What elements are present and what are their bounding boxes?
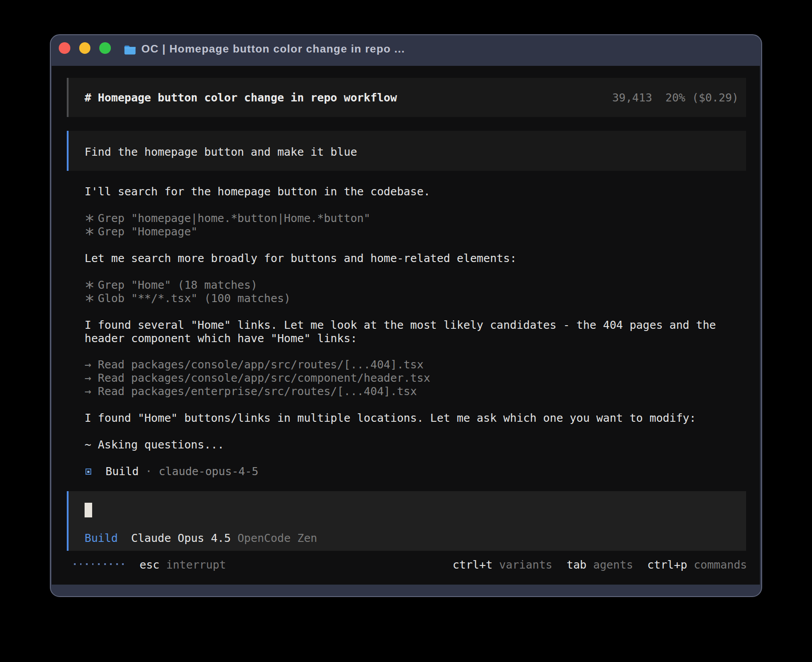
context-usage: 20% ($0.29) [666, 91, 739, 104]
tool-call: →Read packages/console/app/src/routes/[.… [85, 358, 423, 371]
input-model: Claude Opus 4.5 [131, 532, 231, 545]
spinner-dot [116, 563, 118, 565]
tool-call-text: Read packages/console/app/src/routes/[..… [98, 358, 424, 371]
agent-model: claude-opus-4-5 [158, 465, 258, 478]
spinner-dot [98, 563, 100, 565]
shortcut-label: commands [694, 558, 747, 571]
tool-arrow-icon: → [85, 385, 98, 398]
user-message-text: Find the homepage button and make it blu… [85, 145, 357, 159]
tool-call: →Read packages/console/app/src/component… [85, 371, 430, 385]
shortcut-key: tab [567, 558, 587, 571]
tool-call-text: Glob "**/*.tsx" (100 matches) [98, 292, 291, 305]
spinner-dot [74, 563, 76, 565]
spinner-dot [110, 563, 112, 565]
assistant-text: I found "Home" buttons/links in multiple… [85, 412, 696, 425]
tool-call: →Read packages/enterprise/src/routes/[..… [85, 385, 417, 398]
session-header-border [67, 78, 69, 117]
tool-call: ∗Grep "Homepage" [85, 225, 198, 238]
shortcut-label: variants [499, 558, 552, 571]
window-title: OC | Homepage button color change in rep… [142, 44, 405, 57]
session-title: # Homepage button color change in repo w… [85, 91, 397, 105]
prompt-input-border [67, 491, 69, 551]
token-count: 39,413 [612, 91, 652, 104]
spinner-dot [86, 563, 88, 565]
tool-call: ∗Grep "Home" (18 matches) [85, 279, 257, 292]
tool-call-text: Grep "Homepage" [98, 225, 198, 238]
assistant-text: I found several "Home" links. Let me loo… [85, 319, 716, 332]
tool-arrow-icon: → [85, 358, 98, 371]
window-titlebar[interactable]: OC | Homepage button color change in rep… [51, 35, 761, 66]
tool-call-text: Read packages/enterprise/src/routes/[...… [98, 385, 417, 398]
assistant-text: header component which have "Home" links… [85, 332, 357, 345]
prompt-input[interactable]: BuildClaude Opus 4.5OpenCode Zen [67, 491, 746, 551]
terminal-window: OC | Homepage button color change in rep… [50, 34, 762, 597]
agent-name: Build [106, 465, 139, 478]
tool-call-text: Read packages/console/app/src/component/… [98, 371, 430, 384]
input-provider: OpenCode Zen [237, 532, 317, 545]
tool-call-text: Grep "Home" (18 matches) [98, 279, 257, 291]
spinner-dot [92, 563, 94, 565]
zoom-button[interactable] [99, 42, 111, 54]
shortcut-agents: tabagents [567, 558, 633, 571]
spinner-dot [122, 563, 124, 565]
text-cursor [85, 503, 92, 517]
shortcut-label: agents [593, 558, 633, 571]
shortcut-key: ctrl+t [453, 558, 493, 571]
tool-call: ∗Grep "homepage|home.*button|Home.*butto… [85, 212, 370, 225]
tool-call-text: Grep "homepage|home.*button|Home.*button… [98, 212, 370, 225]
user-message-border [67, 131, 69, 171]
session-meta: 39,41320% ($0.29) [612, 91, 739, 105]
tool-call: ∗Glob "**/*.tsx" (100 matches) [85, 292, 291, 305]
esc-key: esc [140, 558, 160, 571]
close-button[interactable] [59, 42, 70, 54]
spinner-dot [80, 563, 82, 565]
shortcut-variants: ctrl+tvariants [453, 558, 552, 571]
session-header: # Homepage button color change in repo w… [67, 78, 746, 117]
tool-arrow-icon: → [85, 371, 98, 385]
spinner-dot [104, 563, 106, 565]
agent-separator: · [146, 465, 152, 478]
titlebar-title-group: OC | Homepage button color change in rep… [124, 35, 405, 66]
input-statusbar: BuildClaude Opus 4.5OpenCode Zen [85, 531, 317, 545]
assistant-text: I'll search for the homepage button in t… [85, 185, 430, 198]
shortcut-commands: ctrl+pcommands [647, 558, 747, 571]
input-agent: Build [85, 532, 118, 545]
agent-status-line: Build·claude-opus-4-5 [85, 465, 258, 478]
assistant-text: Let me search more broadly for buttons a… [85, 252, 516, 265]
esc-label: interrupt [166, 558, 226, 571]
terminal-content: # Homepage button color change in repo w… [52, 66, 760, 585]
user-message: Find the homepage button and make it blu… [67, 131, 746, 171]
footer-shortcuts: ctrl+tvariantstabagentsctrl+pcommands [453, 558, 747, 572]
assistant-status: ~ Asking questions... [85, 438, 224, 452]
folder-icon [124, 45, 136, 55]
agent-build-icon [85, 468, 91, 475]
minimize-button[interactable] [79, 42, 91, 54]
footer-interrupt: escinterrupt [140, 558, 226, 572]
shortcut-key: ctrl+p [647, 558, 687, 571]
agent-icon-dot [87, 471, 89, 473]
